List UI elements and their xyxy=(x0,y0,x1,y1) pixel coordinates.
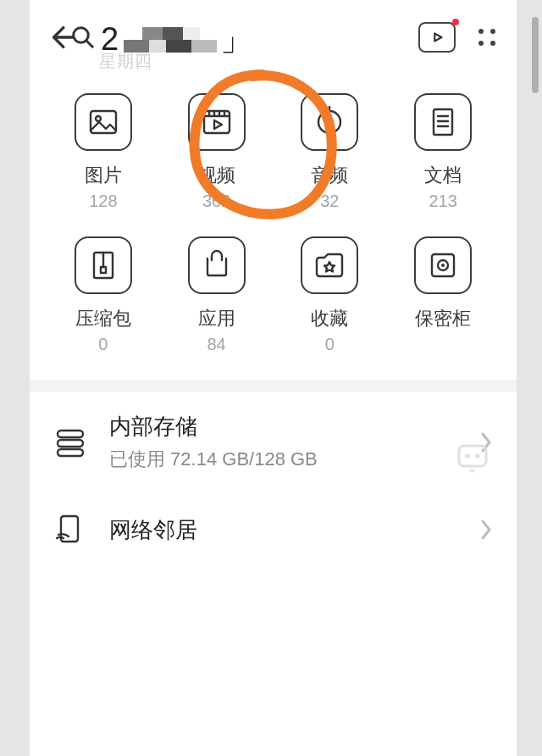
category-docs[interactable]: 文档 213 xyxy=(386,93,500,211)
safe-icon xyxy=(426,248,460,282)
svg-rect-14 xyxy=(58,431,83,437)
category-label: 文档 xyxy=(424,163,462,188)
category-label: 应用 xyxy=(198,306,235,331)
network-neighbor-row[interactable]: 网络邻居 xyxy=(30,492,517,567)
svg-point-7 xyxy=(326,119,333,125)
category-count: 32 xyxy=(320,192,339,211)
category-archives[interactable]: 压缩包 0 xyxy=(47,236,160,354)
svg-point-3 xyxy=(96,116,101,121)
category-count: 362 xyxy=(202,192,230,211)
svg-marker-5 xyxy=(214,120,222,129)
category-label: 视频 xyxy=(198,163,235,188)
cast-icon xyxy=(428,28,446,47)
app-icon xyxy=(200,248,234,282)
audio-icon xyxy=(312,105,346,139)
category-count: 84 xyxy=(207,335,226,354)
title-trail: 」 xyxy=(220,18,254,61)
row-title: 内部存储 xyxy=(109,412,457,442)
more-button[interactable] xyxy=(474,25,500,50)
svg-rect-15 xyxy=(58,440,83,447)
category-count: 0 xyxy=(325,335,335,354)
category-images[interactable]: 图片 128 xyxy=(47,93,160,211)
page-scrollbar[interactable] xyxy=(532,17,539,93)
svg-marker-1 xyxy=(434,33,441,41)
floating-assist-icon[interactable] xyxy=(456,441,489,475)
cast-button[interactable] xyxy=(418,22,456,53)
category-grid: 图片 128 视频 362 音频 32 文档 213 压缩包 0 应用 84 xyxy=(30,59,517,380)
svg-point-6 xyxy=(318,111,340,133)
category-apps[interactable]: 应用 84 xyxy=(160,236,274,354)
category-count: 213 xyxy=(429,192,456,211)
svg-point-20 xyxy=(476,454,480,459)
notification-dot xyxy=(452,19,459,25)
row-text: 内部存储 已使用 72.14 GB/128 GB xyxy=(109,412,457,472)
network-icon xyxy=(53,513,87,547)
row-subtitle: 已使用 72.14 GB/128 GB xyxy=(109,447,457,472)
category-audio[interactable]: 音频 32 xyxy=(274,93,387,211)
category-label: 保密柜 xyxy=(415,306,471,331)
category-count: 128 xyxy=(89,192,117,211)
storage-icon xyxy=(53,425,87,459)
category-safe[interactable]: 保密柜 xyxy=(386,236,500,354)
video-icon xyxy=(200,105,234,139)
archive-icon xyxy=(86,248,120,282)
section-divider xyxy=(30,380,517,392)
chevron-right-icon xyxy=(479,518,493,542)
category-label: 图片 xyxy=(85,163,122,188)
row-text: 网络邻居 xyxy=(109,515,457,545)
internal-storage-row[interactable]: 内部存储 已使用 72.14 GB/128 GB xyxy=(30,392,517,492)
category-label: 压缩包 xyxy=(75,306,131,331)
search-icon xyxy=(70,25,96,50)
document-icon xyxy=(426,105,460,139)
top-bar: 2 」 星期四 xyxy=(30,0,517,59)
search-button[interactable]: 2 」 星期四 xyxy=(75,25,418,50)
subtitle-behind: 星期四 xyxy=(99,50,152,73)
category-label: 音频 xyxy=(311,163,348,188)
category-favorites[interactable]: 收藏 0 xyxy=(274,236,387,354)
svg-rect-2 xyxy=(91,111,116,133)
svg-point-13 xyxy=(441,264,445,267)
category-count: 0 xyxy=(98,335,108,354)
category-label: 收藏 xyxy=(311,306,348,331)
svg-rect-10 xyxy=(101,267,106,273)
svg-rect-18 xyxy=(459,446,486,466)
svg-rect-16 xyxy=(58,449,83,456)
favorite-icon xyxy=(312,248,346,282)
more-icon xyxy=(478,29,484,34)
pixelated-region xyxy=(124,27,217,53)
category-videos[interactable]: 视频 362 xyxy=(160,93,274,211)
image-icon xyxy=(86,105,120,139)
svg-point-19 xyxy=(466,454,470,459)
row-title: 网络邻居 xyxy=(109,515,457,545)
